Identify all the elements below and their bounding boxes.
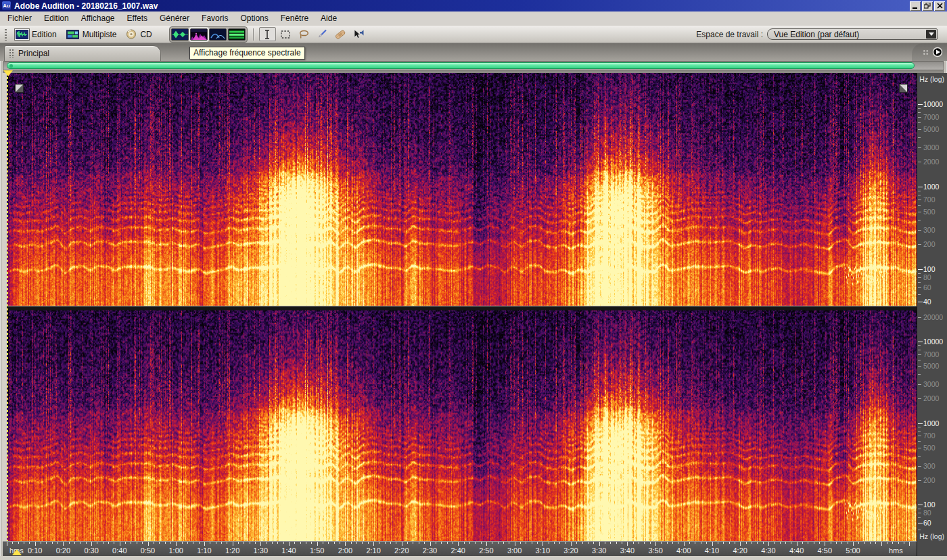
panel-menu[interactable] (912, 43, 947, 61)
multitrack-view-button[interactable]: Multipiste (62, 30, 122, 39)
spectrogram-left-channel[interactable] (7, 73, 917, 306)
time-tick-mark (498, 542, 499, 544)
time-label: 4:00 (676, 546, 691, 555)
minimize-button[interactable] (910, 1, 921, 11)
close-button[interactable] (934, 1, 945, 11)
effects-paintbrush-tool[interactable] (314, 27, 331, 41)
cd-view-button[interactable]: CD (121, 29, 156, 39)
frequency-tick-mark (918, 427, 921, 427)
time-tick-mark (520, 542, 521, 544)
time-label: 4:40 (789, 546, 804, 555)
time-tick-mark (385, 542, 386, 544)
time-tick-mark (633, 542, 634, 544)
scrub-tool[interactable] (350, 27, 367, 41)
time-tick-mark (802, 542, 803, 544)
frequency-tick-mark (918, 137, 921, 138)
time-tick-mark (131, 542, 131, 544)
time-tick-mark (148, 542, 149, 546)
time-tick-mark (593, 542, 594, 544)
time-tick-mark (576, 542, 577, 544)
channel-divider[interactable] (7, 306, 917, 310)
frequency-tick-mark (918, 191, 921, 191)
frequency-tick-mark (918, 108, 921, 109)
playhead-marker-top[interactable] (3, 70, 13, 76)
frequency-ruler[interactable]: 1000070005000300020001000700500300200100… (917, 73, 947, 556)
zoom-scrollbar-track[interactable] (3, 61, 944, 70)
frequency-label: 500 (923, 444, 936, 452)
waveform-icon (16, 30, 28, 39)
time-tick-mark (909, 542, 910, 546)
time-tick-mark (740, 542, 741, 546)
time-tick-mark (193, 542, 193, 544)
spectral-pan-display-button[interactable] (209, 28, 227, 41)
bandaid-icon (334, 28, 346, 41)
menu-aide[interactable]: Aide (315, 11, 343, 26)
zoom-scrollbar-thumb[interactable] (7, 62, 915, 69)
marquee-selection-tool[interactable] (277, 27, 294, 41)
waveform-display-button[interactable] (171, 28, 189, 41)
frequency-label: 40 (923, 298, 931, 306)
restore-button[interactable] (922, 1, 933, 11)
time-tick-mark (345, 542, 346, 546)
display-button-group (169, 26, 248, 43)
spectral-phase-icon (229, 32, 245, 41)
time-tick-mark (52, 542, 53, 544)
time-tick-mark (182, 542, 183, 544)
menu-edition[interactable]: Edition (38, 11, 75, 26)
time-tick-mark (227, 542, 227, 544)
time-tick-mark (627, 542, 628, 546)
time-label: 2:00 (338, 546, 352, 555)
cd-icon (126, 29, 137, 39)
range-handle-left[interactable] (15, 84, 24, 93)
frequency-tick-mark (918, 384, 921, 385)
panel-menu-button[interactable] (932, 47, 943, 57)
time-tick-mark (706, 542, 707, 544)
time-tick-mark (137, 542, 137, 544)
time-tick-mark (780, 542, 781, 544)
mode-button-label: CD (140, 30, 152, 39)
frequency-label: 7000 (923, 350, 939, 358)
time-tick-mark (413, 542, 413, 544)
frequency-tick-mark (918, 195, 921, 195)
time-label: 4:20 (733, 546, 747, 555)
menu-favoris[interactable]: Favoris (195, 11, 234, 26)
time-tick-mark (244, 542, 244, 544)
menu-bar: FichierEditionAffichageEffetsGénérerFavo… (0, 11, 947, 26)
frequency-tick-mark (918, 523, 923, 523)
menu-affichage[interactable]: Affichage (75, 11, 121, 26)
lasso-selection-tool[interactable] (296, 27, 313, 41)
edit-view-button[interactable]: Edition (11, 30, 62, 39)
spectral-frequency-display-button[interactable] (190, 28, 208, 41)
window-title: Adobe Audition - 20180216_1007.wav (14, 1, 158, 11)
playhead-cursor[interactable] (7, 73, 8, 541)
workspace-select[interactable]: Vue Edition (par défaut) (767, 28, 938, 40)
frequency-tick-mark (918, 162, 921, 162)
toolbar-grip-icon[interactable] (4, 28, 7, 41)
time-tick-mark (785, 542, 786, 544)
spectrogram-right-channel[interactable] (7, 310, 917, 541)
time-tick-mark (689, 542, 690, 544)
playhead-marker-bottom[interactable] (12, 549, 22, 555)
time-label: 3:10 (536, 546, 550, 555)
time-label: 0:10 (28, 546, 42, 555)
menu-options[interactable]: Options (234, 11, 274, 26)
time-selection-tool[interactable] (259, 27, 276, 41)
spectral-phase-display-button[interactable] (228, 28, 246, 41)
frequency-tick-mark (918, 212, 921, 212)
title-bar[interactable]: Au Adobe Audition - 20180216_1007.wav (0, 0, 947, 11)
time-tick-mark (542, 542, 543, 546)
time-label: 0:50 (141, 546, 155, 555)
time-ruler[interactable]: 0:100:200:300:400:501:001:101:201:301:40… (3, 541, 917, 556)
frequency-label: 300 (923, 462, 936, 470)
menu-generer[interactable]: Générer (154, 11, 195, 26)
time-tick-mark (864, 542, 865, 544)
menu-fenetre[interactable]: Fenêtre (275, 11, 315, 26)
chevron-down-icon[interactable] (926, 30, 936, 39)
menu-fichier[interactable]: Fichier (1, 11, 38, 26)
menu-effets[interactable]: Effets (121, 11, 154, 26)
time-tick-mark (458, 542, 459, 546)
tab-principal[interactable]: Principal (4, 45, 161, 61)
range-handle-right[interactable] (899, 84, 908, 93)
mode-button-label: Edition (32, 30, 57, 39)
spot-healing-brush-tool[interactable] (332, 27, 349, 41)
